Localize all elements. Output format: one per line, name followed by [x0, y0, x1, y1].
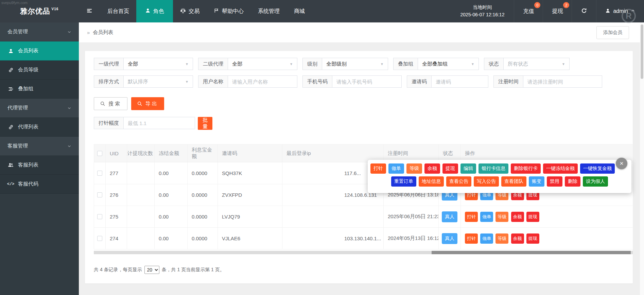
popup-action-withdraw[interactable]: 提现 — [442, 163, 458, 174]
sidebar-item-support-list[interactable]: 客服列表 — [0, 156, 79, 175]
row-action-inject[interactable]: 打针 — [465, 233, 478, 244]
level-select[interactable]: 全部级别▼ — [322, 58, 388, 70]
status-badge[interactable]: 真人 — [442, 211, 457, 222]
cell-frozen-amount: 0.00 — [155, 206, 188, 228]
row-action-order[interactable]: 做单 — [480, 233, 493, 244]
popup-action-reset-orders[interactable]: 重置订单 — [391, 176, 416, 187]
sidebar-item-member-list[interactable]: 会员列表 — [0, 41, 79, 60]
nav-item-help-center[interactable]: 帮助中心 — [207, 0, 251, 22]
popup-action-bank-info[interactable]: 银行卡信息 — [478, 163, 508, 174]
sidebar-group-member-management[interactable]: 会员管理 — [0, 22, 79, 41]
invite-code-input[interactable] — [436, 79, 484, 85]
nav-item-trade[interactable]: 交易 — [173, 0, 207, 22]
row-action-order[interactable]: 做单 — [480, 212, 493, 222]
popup-action-address-info[interactable]: 地址信息 — [419, 176, 444, 187]
popup-action-freeze-amount[interactable]: 一键冻结金额 — [543, 163, 578, 174]
cell-uid: 275 — [106, 206, 127, 228]
code-icon: </> — [7, 182, 14, 187]
row-action-inject[interactable]: 打针 — [465, 212, 478, 222]
row-checkbox[interactable] — [97, 171, 102, 176]
export-button[interactable]: 导出 — [131, 97, 164, 110]
sidebar-item-stack-group[interactable]: 叠加组 — [0, 80, 79, 99]
row-action-level[interactable]: 等级 — [495, 212, 508, 222]
row-action-balance[interactable]: 余额 — [511, 233, 524, 244]
sort-select[interactable]: 默认排序▼ — [123, 75, 193, 88]
popup-actions-row-1: 打针 做单 等级 余额 提现 编辑 银行卡信息 删除银行卡 一键冻结金额 一键恢… — [370, 163, 629, 174]
person-icon — [145, 8, 151, 15]
username-input[interactable] — [232, 79, 293, 85]
popup-action-write-notice[interactable]: 写入公告 — [474, 176, 499, 187]
row-checkbox[interactable] — [97, 236, 102, 241]
person-icon — [7, 48, 14, 54]
add-member-button[interactable]: 添加会员 — [596, 26, 629, 39]
inject-range-input[interactable] — [128, 120, 191, 126]
phone-input[interactable] — [336, 79, 397, 85]
cell-withdraw-count — [127, 184, 155, 206]
row-action-level[interactable]: 等级 — [495, 233, 508, 244]
nav-item-mall[interactable]: 商城 — [287, 0, 312, 22]
scrollbar-thumb[interactable] — [432, 251, 631, 254]
row-actions-popup: × 打针 做单 等级 余额 提现 编辑 银行卡信息 删除银行卡 一键冻结金额 一… — [368, 160, 631, 193]
sidebar-item-agent-list[interactable]: 代理列表 — [0, 118, 79, 137]
main-content: » 会员列表 添加会员 一级代理 全部▼ 二级代理 全部▼ 级别 全部级别▼ — [79, 22, 640, 295]
table-horizontal-scrollbar[interactable] — [94, 251, 633, 254]
page-vertical-scrollbar[interactable] — [640, 22, 644, 295]
sidebar-group-agent-management[interactable]: 代理管理 — [0, 99, 79, 118]
popup-action-delete-bank[interactable]: 删除银行卡 — [511, 163, 541, 174]
cell-invite-code: SQH37K — [218, 162, 282, 184]
popup-action-set-fake[interactable]: 设为假人 — [583, 176, 608, 187]
nav-item-roles[interactable]: 角色 — [136, 0, 173, 22]
sidebar-item-support-code[interactable]: </> 客服代码 — [0, 175, 79, 194]
popup-action-level[interactable]: 等级 — [406, 163, 422, 174]
popup-action-edit[interactable]: 编辑 — [460, 163, 476, 174]
popup-action-disable[interactable]: 禁用 — [547, 176, 562, 187]
agent1-select[interactable]: 全部▼ — [123, 58, 193, 70]
nav-item-system[interactable]: 系统管理 — [251, 0, 287, 22]
cell-last-ip: 103.130.140.1... — [282, 228, 384, 249]
status-badge[interactable]: 真人 — [442, 233, 457, 244]
row-checkbox[interactable] — [97, 192, 102, 197]
batch-inject-button[interactable]: 批量打针 — [198, 117, 212, 130]
page-size-select[interactable]: 20 — [144, 266, 159, 274]
col-header-interest-amount: 利息宝金额 — [188, 144, 218, 162]
status-select[interactable]: 所有状态▼ — [503, 58, 570, 70]
row-action-balance[interactable]: 余额 — [511, 212, 524, 222]
sidebar-item-member-level[interactable]: 会员等级 — [0, 60, 79, 80]
search-button[interactable]: 搜索 — [94, 97, 127, 110]
caret-down-icon: ▼ — [380, 62, 384, 66]
select-all-checkbox[interactable] — [97, 151, 102, 156]
chevron-down-icon — [67, 144, 71, 148]
cell-uid: 274 — [106, 228, 127, 249]
recharge-button[interactable]: 充值 0 — [514, 0, 543, 22]
popup-action-account-changes[interactable]: 账变 — [529, 176, 544, 187]
popup-action-order[interactable]: 做单 — [388, 163, 404, 174]
popup-actions-row-2: 重置订单 地址信息 查看公告 写入公告 查看团队 账变 禁用 删除 设为假人 — [370, 176, 629, 187]
cell-invite-code: LVJQ79 — [218, 206, 282, 228]
popup-action-view-notice[interactable]: 查看公告 — [446, 176, 471, 187]
popup-action-restore-amount[interactable]: 一键恢复金额 — [580, 163, 615, 174]
col-header-uid: UID — [106, 144, 127, 162]
popup-action-balance[interactable]: 余额 — [424, 163, 440, 174]
hamburger-icon — [86, 7, 93, 15]
row-checkbox[interactable] — [97, 214, 102, 219]
stack-group-select[interactable]: 全部叠加组▼ — [418, 58, 479, 70]
popup-action-view-team[interactable]: 查看团队 — [501, 176, 526, 187]
popup-close-button[interactable]: × — [616, 158, 627, 169]
row-action-withdraw[interactable]: 提现 — [526, 212, 539, 222]
reg-time-input[interactable] — [527, 79, 598, 85]
scrollbar-thumb[interactable] — [641, 24, 643, 79]
filter-label: 用户名称 — [198, 75, 228, 88]
refresh-button[interactable] — [572, 0, 596, 22]
popup-action-delete[interactable]: 删除 — [565, 176, 580, 187]
agent2-select[interactable]: 全部▼ — [228, 58, 297, 70]
people-icon — [7, 162, 14, 168]
filter-label: 叠加组 — [393, 58, 418, 70]
sidebar-toggle-button[interactable] — [79, 0, 100, 22]
inject-row: 打针幅度 批量打针 — [94, 117, 195, 129]
sidebar-group-support-management[interactable]: 客服管理 — [0, 137, 79, 156]
popup-action-inject[interactable]: 打针 — [370, 163, 386, 174]
sidebar: 会员管理 会员列表 会员等级 叠加组 代理管理 代理列表 客服管理 — [0, 22, 79, 295]
nav-item-dashboard[interactable]: 后台首页 — [100, 0, 136, 22]
withdraw-button[interactable]: 提现 2 — [543, 0, 572, 22]
row-action-withdraw[interactable]: 提现 — [526, 233, 539, 244]
